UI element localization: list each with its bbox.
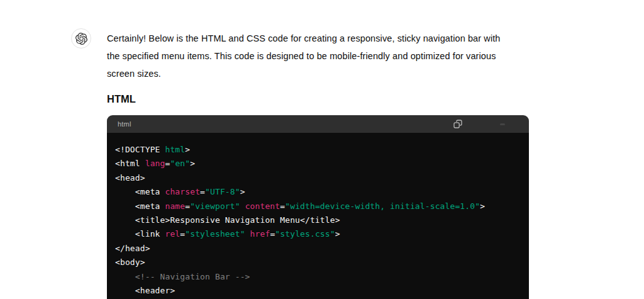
code-token-plain: = [200,187,205,196]
code-line: <meta charset="UTF-8"> [115,185,520,199]
code-token-string: "viewport" [190,201,240,211]
code-token-plain: <title>Responsive Navigation Menu</title… [115,215,340,225]
code-token-string: "width=device-width, initial-scale=1.0" [285,201,480,211]
code-block: html <!DOCTYPE html><html lang="en"><hea… [107,115,529,299]
code-token-plain [240,201,245,211]
code-line: </head> [115,242,520,256]
paragraph-line: screen sizes. [107,65,529,82]
code-token-attr: charset [165,187,200,196]
code-content: <!DOCTYPE html><html lang="en"><head> <m… [107,133,529,299]
openai-logo-icon [75,33,87,45]
faint-artifact-dot [500,123,505,125]
code-line: <link rel="stylesheet" href="styles.css"… [115,227,520,241]
code-line: <!-- Navigation Bar --> [115,270,520,284]
code-token-plain: <header> [115,286,175,295]
copy-code-button[interactable] [452,118,464,130]
code-token-plain: <!DOCTYPE [115,145,165,154]
code-language-label: html [118,120,131,128]
code-line: <meta name="viewport" content="width=dev… [115,200,520,213]
code-token-plain: <link [115,229,165,239]
code-line: <title>Responsive Navigation Menu</title… [115,213,520,227]
code-token-plain [245,229,250,239]
code-token-plain: > [480,201,485,211]
code-token-comment: <!-- Navigation Bar --> [115,272,250,281]
assistant-message: Certainly! Below is the HTML and CSS cod… [107,30,529,299]
code-token-plain: <meta [115,187,165,196]
code-token-plain: <body> [115,257,145,267]
code-token-attr: name [165,201,185,211]
code-token-string: "en" [170,159,190,168]
code-token-plain: > [335,229,340,239]
code-line: <!DOCTYPE html> [115,143,520,157]
code-token-string: html [165,145,185,154]
code-line: <head> [115,171,520,185]
code-token-plain: > [185,145,190,154]
code-line: <html lang="en"> [115,157,520,171]
code-token-plain: <head> [115,173,145,183]
code-token-string: "UTF-8" [205,187,240,196]
section-heading-html: HTML [107,93,529,104]
code-token-attr: rel [165,229,180,239]
code-token-attr: href [250,229,270,239]
copy-icon [453,119,463,129]
code-token-plain: </head> [115,244,150,253]
code-token-string: "stylesheet" [185,229,245,239]
code-token-plain: <meta [115,201,165,211]
code-line: <header> [115,284,520,298]
message-paragraph: Certainly! Below is the HTML and CSS cod… [107,30,529,82]
code-token-plain: > [240,187,245,196]
code-line: <body> [115,256,520,269]
paragraph-line: the specified menu items. This code is d… [107,47,529,65]
code-block-header: html [107,115,529,133]
code-token-attr: lang [145,159,165,168]
paragraph-line: Certainly! Below is the HTML and CSS cod… [107,30,529,47]
code-token-attr: content [245,201,280,211]
chat-page: Certainly! Below is the HTML and CSS cod… [0,0,644,299]
code-token-plain: <html [115,159,145,168]
assistant-avatar [71,28,91,48]
code-token-string: "styles.css" [275,229,335,239]
code-token-plain: > [190,159,195,168]
